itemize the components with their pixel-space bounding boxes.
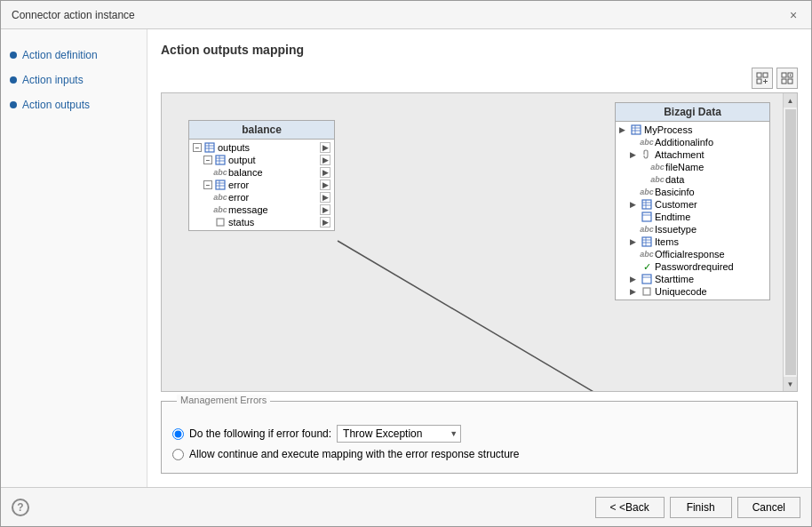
check-icon: ✓	[641, 261, 653, 272]
expand-icon[interactable]: −	[193, 143, 202, 152]
arrow-button[interactable]: ▶	[320, 155, 330, 165]
scroll-thumb[interactable]	[785, 109, 796, 375]
title-bar: Connector action instance ×	[1, 1, 811, 29]
right-row: ▶ abc Additionalinfo	[616, 136, 769, 148]
sidebar-item-label: Action inputs	[22, 74, 84, 86]
right-row: ▶ Attachment	[616, 148, 769, 161]
arrow-button[interactable]: ▶	[320, 192, 330, 203]
tree-row: − error ▶	[189, 179, 334, 191]
close-button[interactable]: ×	[786, 8, 800, 22]
finish-button[interactable]: Finish	[670, 497, 732, 518]
right-row: ▶ abc Officialresponse	[616, 248, 769, 260]
svg-rect-23	[217, 219, 224, 226]
svg-rect-28	[642, 200, 651, 209]
right-row: ▶ Uniquecode	[616, 285, 769, 298]
bullet-icon	[10, 101, 17, 108]
bullet-icon	[10, 76, 17, 84]
node-label: balance	[228, 167, 263, 178]
attach-icon	[641, 149, 653, 160]
table-icon	[641, 199, 653, 210]
arrow-button[interactable]: ▶	[320, 217, 330, 228]
text-icon: abc	[641, 224, 653, 235]
node-label: status	[228, 217, 254, 228]
svg-rect-38	[642, 275, 651, 283]
svg-rect-11	[205, 143, 214, 152]
left-box: balance − outputs ▶	[188, 120, 335, 231]
sidebar-item-action-inputs[interactable]: Action inputs	[10, 72, 138, 88]
cancel-button[interactable]: Cancel	[737, 497, 800, 518]
node-label: error	[228, 192, 249, 203]
node-label: Starttime	[655, 274, 694, 284]
scroll-down-button[interactable]: ▼	[784, 377, 798, 391]
expand-icon[interactable]: −	[203, 180, 212, 189]
left-box-header: balance	[189, 121, 334, 140]
node-label: Passwordrequired	[655, 261, 734, 272]
right-row: ▶ Items	[616, 236, 769, 248]
dialog: Connector action instance × Action defin…	[0, 0, 812, 527]
expand-triangle[interactable]: ▶	[630, 200, 639, 209]
radio-label-2: Allow continue and execute mapping with …	[189, 448, 520, 460]
tree-row: status ▶	[189, 216, 334, 228]
arrow-button[interactable]: ▶	[320, 204, 330, 215]
square-icon	[641, 286, 653, 297]
svg-rect-5	[782, 73, 786, 77]
text-icon: abc	[641, 137, 653, 148]
main-area: Action outputs mapping	[147, 29, 811, 487]
right-row: ▶ abc fileName	[616, 161, 769, 173]
text-icon: abc	[214, 204, 227, 215]
radio-row-1: Do the following if error found: Throw E…	[172, 425, 786, 443]
node-label: Attachment	[655, 149, 705, 160]
expand-triangle[interactable]: ▶	[630, 237, 639, 246]
expand-triangle[interactable]: ▶	[630, 287, 639, 296]
right-row: ▶ Starttime	[616, 273, 769, 285]
sidebar-item-action-definition[interactable]: Action definition	[10, 47, 138, 63]
toolbar-row	[161, 68, 798, 89]
node-label: Issuetype	[655, 224, 697, 235]
expand-all-button[interactable]	[752, 68, 773, 89]
node-label: Additionalinfo	[655, 137, 713, 148]
table-icon	[641, 212, 653, 222]
arrow-button[interactable]: ▶	[320, 167, 330, 178]
node-label: Officialresponse	[655, 249, 725, 260]
sidebar-item-action-outputs[interactable]: Action outputs	[10, 97, 138, 113]
arrow-button[interactable]: ▶	[320, 180, 330, 190]
svg-line-10	[338, 241, 615, 391]
table-icon	[630, 124, 642, 135]
expand-triangle[interactable]: ▶	[619, 125, 628, 134]
scroll-up-button[interactable]: ▲	[784, 93, 798, 108]
table-icon	[203, 142, 216, 153]
right-row: ▶ MyProcess	[616, 124, 769, 136]
dialog-title: Connector action instance	[12, 9, 135, 21]
expand-triangle[interactable]: ▶	[630, 150, 639, 159]
sidebar-item-label: Action definition	[22, 49, 98, 61]
right-box: Bizagi Data ▶ MyProcess ▶	[615, 102, 770, 300]
sidebar-item-label: Action outputs	[22, 99, 90, 111]
table-icon	[214, 155, 227, 165]
radio-throw-exception[interactable]	[172, 428, 184, 440]
expand-icon[interactable]: −	[203, 156, 212, 164]
error-action-select[interactable]: Throw Exception Continue Ignore	[337, 425, 461, 443]
table-icon	[214, 180, 227, 190]
expand-triangle[interactable]: ▶	[630, 275, 639, 283]
arrow-button[interactable]: ▶	[320, 142, 330, 153]
collapse-icon	[781, 72, 793, 84]
back-button[interactable]: < <Back	[595, 497, 665, 518]
right-row: ▶ abc Issuetype	[616, 223, 769, 236]
right-box-header: Bizagi Data	[616, 103, 769, 122]
svg-rect-1	[763, 73, 768, 77]
node-label: output	[228, 155, 256, 165]
node-label: Uniquecode	[655, 286, 707, 297]
section-title: Action outputs mapping	[161, 43, 798, 57]
svg-rect-0	[757, 73, 761, 77]
tree-row: − output ▶	[189, 154, 334, 166]
right-row: ▶ Endtime	[616, 211, 769, 223]
mapping-area: balance − outputs ▶	[161, 92, 798, 392]
management-errors-label: Management Errors	[177, 395, 270, 405]
text-icon: abc	[651, 174, 664, 185]
radio-allow-continue[interactable]	[172, 449, 184, 460]
tree-row: abc message ▶	[189, 204, 334, 216]
help-button[interactable]: ?	[12, 499, 29, 516]
collapse-all-button[interactable]	[776, 68, 798, 89]
svg-rect-19	[216, 180, 225, 189]
node-label: data	[665, 174, 684, 185]
